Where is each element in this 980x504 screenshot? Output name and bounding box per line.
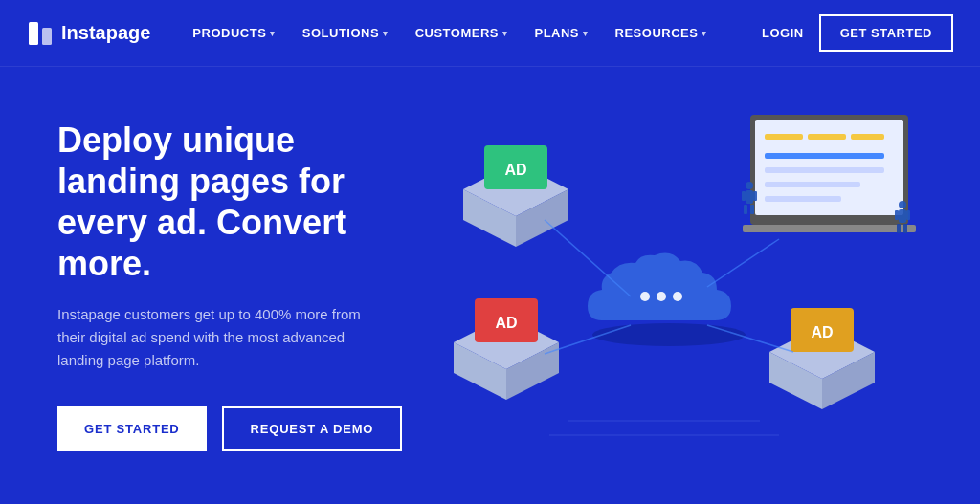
hero-get-started-button[interactable]: GET STARTED xyxy=(57,406,207,451)
nav-actions: LOGIN GET STARTED xyxy=(762,14,953,52)
svg-rect-46 xyxy=(906,210,910,220)
hero-request-demo-button[interactable]: REQUEST A DEMO xyxy=(222,406,403,451)
svg-rect-34 xyxy=(743,225,916,232)
svg-rect-43 xyxy=(897,224,901,233)
svg-point-17 xyxy=(592,323,746,346)
nav-get-started-button[interactable]: GET STARTED xyxy=(819,14,953,52)
svg-rect-44 xyxy=(903,224,907,233)
navbar: Instapage PRODUCTS ▾ SOLUTIONS ▾ CUSTOME… xyxy=(0,0,980,67)
logo[interactable]: Instapage xyxy=(27,20,150,47)
svg-text:AD: AD xyxy=(811,324,833,340)
svg-rect-40 xyxy=(753,191,757,201)
svg-rect-1 xyxy=(42,28,52,45)
svg-rect-27 xyxy=(765,134,803,140)
svg-rect-45 xyxy=(895,210,899,220)
nav-item-customers[interactable]: CUSTOMERS ▾ xyxy=(404,18,520,48)
hero-title: Deploy unique landing pages for every ad… xyxy=(57,120,421,285)
svg-text:AD: AD xyxy=(504,162,526,178)
nav-item-resources[interactable]: RESOURCES ▾ xyxy=(604,18,719,48)
svg-point-19 xyxy=(657,292,666,301)
svg-rect-42 xyxy=(899,209,906,223)
login-button[interactable]: LOGIN xyxy=(762,26,804,40)
svg-point-41 xyxy=(899,201,906,208)
svg-rect-29 xyxy=(851,134,884,140)
hero-illustration: AD AD AD xyxy=(459,67,903,504)
svg-point-20 xyxy=(673,292,682,301)
nav-item-solutions[interactable]: SOLUTIONS ▾ xyxy=(291,18,400,48)
nav-links: PRODUCTS ▾ SOLUTIONS ▾ CUSTOMERS ▾ PLANS… xyxy=(181,18,762,48)
chevron-down-icon: ▾ xyxy=(502,29,508,38)
svg-point-35 xyxy=(746,182,753,189)
nav-item-products[interactable]: PRODUCTS ▾ xyxy=(181,18,286,48)
hero-section: Deploy unique landing pages for every ad… xyxy=(0,67,980,504)
svg-line-24 xyxy=(707,239,779,287)
chevron-down-icon: ▾ xyxy=(270,29,276,38)
nav-item-plans[interactable]: PLANS ▾ xyxy=(523,18,599,48)
svg-rect-33 xyxy=(765,196,841,202)
svg-rect-37 xyxy=(744,205,747,214)
svg-rect-32 xyxy=(765,182,860,187)
svg-rect-28 xyxy=(808,134,846,140)
svg-rect-0 xyxy=(29,22,38,45)
svg-text:AD: AD xyxy=(495,315,517,331)
chevron-down-icon: ▾ xyxy=(583,29,589,38)
illustration-svg: AD AD AD xyxy=(425,86,923,488)
chevron-down-icon: ▾ xyxy=(702,29,707,38)
hero-content: Deploy unique landing pages for every ad… xyxy=(57,120,459,452)
svg-line-21 xyxy=(545,220,631,296)
svg-rect-31 xyxy=(765,167,884,173)
svg-point-18 xyxy=(640,292,650,301)
svg-rect-39 xyxy=(742,191,746,201)
chevron-down-icon: ▾ xyxy=(383,29,389,38)
hero-buttons: GET STARTED REQUEST A DEMO xyxy=(57,406,459,451)
hero-subtitle: Instapage customers get up to 400% more … xyxy=(57,303,383,372)
svg-rect-36 xyxy=(746,190,753,204)
svg-rect-38 xyxy=(750,205,754,214)
svg-rect-30 xyxy=(765,153,884,159)
